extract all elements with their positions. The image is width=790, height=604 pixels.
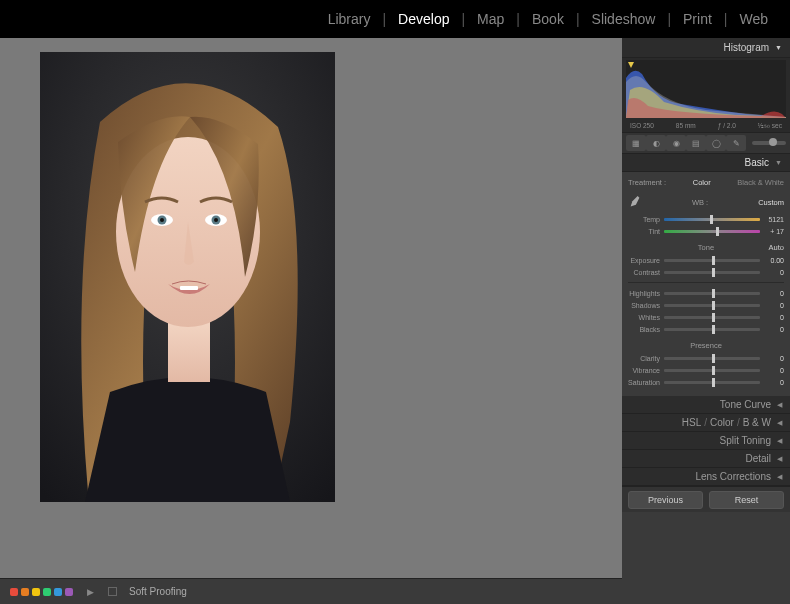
preview-image[interactable] — [40, 52, 335, 502]
expand-icon: ◀ — [777, 473, 782, 481]
histogram-header[interactable]: Histogram ▼ — [622, 38, 790, 58]
auto-button[interactable]: Auto — [769, 243, 784, 252]
tone-curve-header[interactable]: Tone Curve ◀ — [622, 396, 790, 414]
expand-icon: ◀ — [777, 419, 782, 427]
soft-proofing-checkbox[interactable] — [108, 587, 117, 596]
label-red[interactable] — [10, 588, 18, 596]
svg-rect-9 — [180, 286, 198, 290]
nav-separator: | — [718, 11, 734, 27]
tint-value[interactable]: + 17 — [760, 228, 784, 235]
split-toning-title: Split Toning — [719, 435, 771, 446]
shadows-label: Shadows — [628, 302, 664, 309]
exposure-label: Exposure — [628, 257, 664, 264]
color-label-dots[interactable] — [10, 588, 73, 596]
tab-book[interactable]: Book — [530, 7, 566, 31]
meta-iso: ISO 250 — [630, 122, 654, 130]
histogram-meta: ISO 250 85 mm ƒ / 2.0 ¹⁄₂₅₀ sec — [626, 120, 786, 130]
nav-separator: | — [510, 11, 526, 27]
tool-strip: ▦ ◐ ◉ ▤ ◯ ✎ — [622, 132, 790, 154]
expand-icon: ◀ — [777, 401, 782, 409]
play-icon[interactable]: ▶ — [81, 587, 100, 597]
hsl-bw: B & W — [743, 417, 771, 428]
label-blue[interactable] — [54, 588, 62, 596]
expand-icon: ◀ — [777, 437, 782, 445]
tab-develop[interactable]: Develop — [396, 7, 451, 31]
exposure-slider[interactable] — [664, 259, 760, 262]
hsl-color: Color — [710, 417, 734, 428]
blacks-label: Blacks — [628, 326, 664, 333]
label-green[interactable] — [43, 588, 51, 596]
crop-tool-icon[interactable]: ▦ — [626, 135, 646, 151]
lens-title: Lens Corrections — [695, 471, 771, 482]
highlights-label: Highlights — [628, 290, 664, 297]
nav-separator: | — [455, 11, 471, 27]
brush-tool-icon[interactable]: ✎ — [726, 135, 746, 151]
detail-header[interactable]: Detail ◀ — [622, 450, 790, 468]
module-picker: Library | Develop | Map | Book | Slidesh… — [0, 0, 790, 38]
previous-button[interactable]: Previous — [628, 491, 703, 509]
whites-value[interactable]: 0 — [760, 314, 784, 321]
tint-slider[interactable] — [664, 230, 760, 233]
whites-slider[interactable] — [664, 316, 760, 319]
button-row: Previous Reset — [622, 486, 790, 512]
split-toning-header[interactable]: Split Toning ◀ — [622, 432, 790, 450]
nav-separator: | — [661, 11, 677, 27]
histogram-title: Histogram — [723, 42, 769, 53]
highlights-slider[interactable] — [664, 292, 760, 295]
shadows-slider[interactable] — [664, 304, 760, 307]
saturation-label: Saturation — [628, 379, 664, 386]
tab-library[interactable]: Library — [326, 7, 373, 31]
reset-button[interactable]: Reset — [709, 491, 784, 509]
hsl-title: HSL — [682, 417, 701, 428]
basic-panel: Treatment : Color Black & White WB : Cus… — [622, 172, 790, 396]
contrast-value[interactable]: 0 — [760, 269, 784, 276]
clarity-value[interactable]: 0 — [760, 355, 784, 362]
clarity-slider[interactable] — [664, 357, 760, 360]
vibrance-slider[interactable] — [664, 369, 760, 372]
wb-label: WB : — [692, 198, 708, 207]
redeye-tool-icon[interactable]: ◉ — [666, 135, 686, 151]
collapse-icon: ▼ — [775, 159, 782, 166]
collapse-icon: ▼ — [775, 44, 782, 51]
exposure-value[interactable]: 0.00 — [760, 257, 784, 264]
mask-slider[interactable] — [752, 141, 786, 145]
tab-map[interactable]: Map — [475, 7, 506, 31]
gradient-tool-icon[interactable]: ▤ — [686, 135, 706, 151]
spot-tool-icon[interactable]: ◐ — [646, 135, 666, 151]
blacks-slider[interactable] — [664, 328, 760, 331]
contrast-slider[interactable] — [664, 271, 760, 274]
tint-label: Tint — [628, 228, 664, 235]
saturation-value[interactable]: 0 — [760, 379, 784, 386]
tab-print[interactable]: Print — [681, 7, 714, 31]
canvas-area: ▶ Soft Proofing — [0, 38, 622, 604]
blacks-value[interactable]: 0 — [760, 326, 784, 333]
svg-rect-1 — [168, 322, 210, 382]
shadows-value[interactable]: 0 — [760, 302, 784, 309]
whites-label: Whites — [628, 314, 664, 321]
label-orange[interactable] — [21, 588, 29, 596]
saturation-slider[interactable] — [664, 381, 760, 384]
histogram[interactable]: ISO 250 85 mm ƒ / 2.0 ¹⁄₂₅₀ sec — [622, 58, 790, 132]
hsl-header[interactable]: HSL / Color / B & W ◀ — [622, 414, 790, 432]
basic-header[interactable]: Basic ▼ — [622, 154, 790, 172]
toolbar-bottom: ▶ Soft Proofing — [0, 578, 622, 604]
label-yellow[interactable] — [32, 588, 40, 596]
tab-slideshow[interactable]: Slideshow — [590, 7, 658, 31]
treatment-bw[interactable]: Black & White — [737, 178, 784, 187]
treatment-color[interactable]: Color — [693, 178, 711, 187]
label-purple[interactable] — [65, 588, 73, 596]
presence-group-label: Presence — [628, 335, 784, 352]
nav-separator: | — [376, 11, 392, 27]
highlights-value[interactable]: 0 — [760, 290, 784, 297]
tone-curve-title: Tone Curve — [720, 399, 771, 410]
soft-proofing-label: Soft Proofing — [129, 586, 187, 597]
wb-dropdown[interactable]: Custom — [758, 198, 784, 207]
radial-tool-icon[interactable]: ◯ — [706, 135, 726, 151]
lens-header[interactable]: Lens Corrections ◀ — [622, 468, 790, 486]
tab-web[interactable]: Web — [737, 7, 770, 31]
temp-value[interactable]: 5121 — [760, 216, 784, 223]
expand-icon: ◀ — [777, 455, 782, 463]
temp-slider[interactable] — [664, 218, 760, 221]
eyedropper-icon[interactable] — [628, 195, 642, 209]
vibrance-value[interactable]: 0 — [760, 367, 784, 374]
